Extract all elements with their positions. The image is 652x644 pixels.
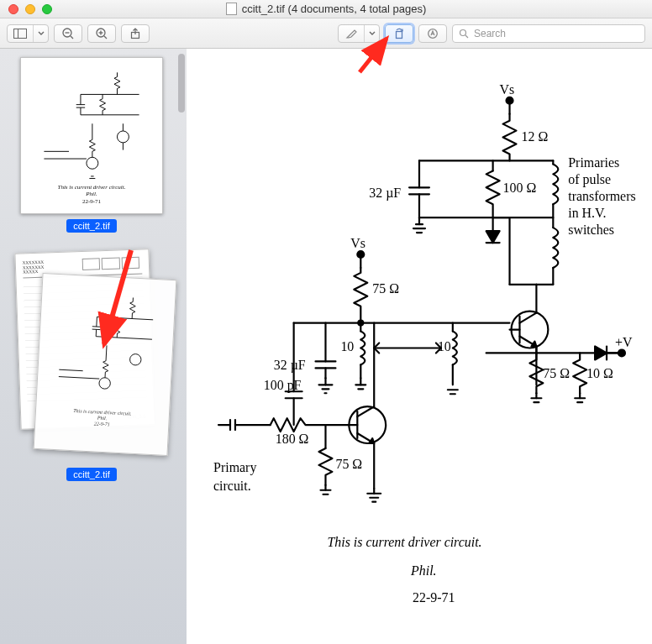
search-placeholder: Search <box>474 28 506 39</box>
svg-text:switches: switches <box>568 223 614 237</box>
svg-point-72 <box>357 251 364 258</box>
zoom-out-button[interactable] <box>54 24 82 43</box>
thumbnails-sidebar[interactable]: This is current driver circuit. Phil. 22… <box>0 49 187 644</box>
svg-marker-68 <box>486 231 500 243</box>
svg-rect-0 <box>14 29 27 38</box>
sidebar-scrollbar[interactable] <box>178 54 185 113</box>
svg-text:75 Ω: 75 Ω <box>335 457 362 471</box>
svg-point-37 <box>129 353 141 365</box>
close-window-button[interactable] <box>8 4 18 14</box>
svg-line-38 <box>106 346 107 361</box>
svg-line-3 <box>71 36 73 39</box>
svg-line-111 <box>519 313 536 323</box>
thumbnail-item[interactable]: XXXXXXXXXXXXXXXXXXX ccitt_3.ti <box>18 251 166 481</box>
share-button[interactable] <box>121 24 150 43</box>
svg-text:100 pF: 100 pF <box>264 378 302 393</box>
svg-point-26 <box>87 157 98 169</box>
svg-text:22-9-71: 22-9-71 <box>413 590 455 605</box>
svg-text:Primary: Primary <box>213 460 256 475</box>
dragged-page: This is current driver circuit.Phil.22-9… <box>34 273 177 456</box>
view-sidebar-button[interactable] <box>8 25 33 42</box>
svg-text:32 µF: 32 µF <box>274 358 306 373</box>
svg-text:in H.V.: in H.V. <box>568 206 606 220</box>
svg-point-39 <box>99 378 111 390</box>
svg-text:+V: +V <box>615 335 633 349</box>
search-field[interactable]: Search <box>452 24 645 43</box>
view-sidebar-menu[interactable] <box>33 25 48 42</box>
svg-line-36 <box>96 337 152 339</box>
thumbnail-filename: ccitt_2.tif <box>66 468 116 481</box>
svg-text:circuit.: circuit. <box>213 479 251 493</box>
svg-point-42 <box>507 97 513 104</box>
svg-text:transformers: transformers <box>568 189 635 203</box>
svg-rect-11 <box>397 31 402 38</box>
highlight-menu[interactable] <box>364 25 379 42</box>
svg-point-14 <box>460 29 466 35</box>
svg-marker-142 <box>369 438 374 443</box>
dragged-thumbnails: XXXXXXXXXXXXXXXXXXX ccitt_3.ti <box>18 251 166 466</box>
zoom-window-button[interactable] <box>42 4 52 14</box>
svg-text:75 Ω: 75 Ω <box>372 281 399 296</box>
svg-line-41 <box>59 369 82 370</box>
svg-line-31 <box>97 317 153 320</box>
toolbar: Search <box>0 18 652 49</box>
highlight-group <box>338 24 380 43</box>
svg-marker-114 <box>531 342 536 347</box>
highlight-button[interactable] <box>339 25 364 42</box>
rotate-button[interactable] <box>385 24 413 43</box>
svg-line-33 <box>92 327 101 327</box>
svg-text:of pulse: of pulse <box>568 172 611 187</box>
page-content: Vs 12 Ω 32 µF 100 Ω <box>198 54 640 639</box>
svg-text:10 Ω: 10 Ω <box>586 366 613 380</box>
search-icon <box>459 29 469 39</box>
page-thumbnail[interactable]: This is current driver circuit. Phil. 22… <box>20 57 163 214</box>
minimize-window-button[interactable] <box>25 4 35 14</box>
zoom-in-button[interactable] <box>87 24 116 43</box>
thumbnail-item[interactable]: This is current driver circuit. Phil. 22… <box>20 57 163 233</box>
svg-text:10: 10 <box>340 339 354 353</box>
svg-text:This is current driver circuit: This is current driver circuit. <box>327 535 481 549</box>
svg-text:180 Ω: 180 Ω <box>276 432 309 446</box>
svg-text:100 Ω: 100 Ω <box>503 181 537 195</box>
mini-circuit-sketch <box>29 66 154 184</box>
svg-marker-130 <box>595 347 607 360</box>
svg-line-32 <box>97 317 97 327</box>
svg-text:12 Ω: 12 Ω <box>521 129 548 144</box>
svg-text:32 µF: 32 µF <box>369 186 401 201</box>
thumbnail-filename: ccitt_2.tif <box>66 219 116 233</box>
markup-button[interactable] <box>418 24 447 43</box>
document-icon <box>226 3 237 15</box>
traffic-lights <box>0 4 52 14</box>
workspace: This is current driver circuit. Phil. 22… <box>0 49 652 644</box>
svg-text:75 Ω: 75 Ω <box>543 366 570 380</box>
svg-text:Vs: Vs <box>500 82 515 97</box>
window-title: ccitt_2.tif (4 documents, 4 total pages) <box>242 3 427 15</box>
svg-line-6 <box>104 36 107 39</box>
svg-line-40 <box>59 377 99 380</box>
document-view[interactable]: Vs 12 Ω 32 µF 100 Ω <box>187 49 652 644</box>
circuit-diagram: Vs 12 Ω 32 µF 100 Ω <box>198 54 640 639</box>
svg-point-22 <box>117 131 129 143</box>
window-titlebar: ccitt_2.tif (4 documents, 4 total pages) <box>0 0 652 18</box>
svg-point-133 <box>618 349 625 356</box>
svg-text:Vs: Vs <box>350 236 365 250</box>
svg-line-15 <box>465 35 468 38</box>
svg-text:Primaries: Primaries <box>568 155 619 170</box>
sidebar-view-group <box>7 24 49 43</box>
svg-text:Phil.: Phil. <box>410 563 437 578</box>
